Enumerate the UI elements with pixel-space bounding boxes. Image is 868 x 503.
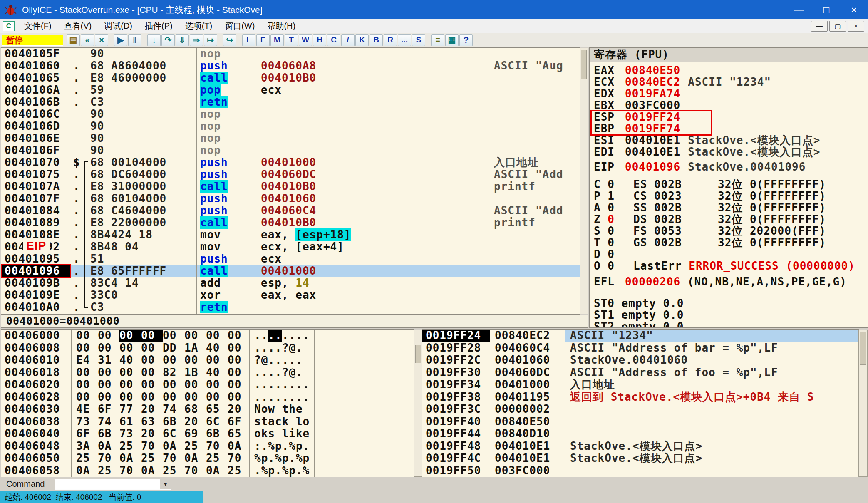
dump-scrollbar-thumb[interactable] [415,345,421,363]
stack-scrollbar-thumb[interactable] [860,332,866,365]
menu-view[interactable]: 查看(V) [58,19,98,33]
disasm-comment-divider[interactable] [496,48,496,314]
flag-row[interactable]: Z 0DS 002B32位 0(FFFFFFFF) [594,213,868,225]
fpu-row[interactable]: ST0 empty 0.0 [594,297,868,309]
disasm-row[interactable]: 0040105F 90nop [1,48,580,60]
memory-dump-pane[interactable]: 004060000000000000000000........00406008… [1,330,414,477]
flag-row[interactable]: P 1CS 002332位 0(FFFFFFFF) [594,190,868,202]
register-row[interactable]: EAX00840E50 [594,64,868,76]
stack-row[interactable]: 0019FF3C00000002 [422,403,858,416]
run-trace-window-button[interactable]: ... [398,34,411,46]
cpu-window-button[interactable]: C [327,34,340,46]
maximize-button[interactable]: □ [813,0,840,19]
stack-row[interactable]: 0019FF2400840EC2ASCII "1234" [422,330,858,342]
dump-row[interactable]: 004060406F6B73206C696B65oks like [1,428,414,440]
fpu-row[interactable]: ST2 empty 0.0 [594,321,868,327]
menu-file[interactable]: 文件(F) [18,19,58,33]
register-row[interactable]: EDI004010E1StackOve.<模块入口点> [594,146,868,158]
flag-row[interactable]: T 0GS 002B32位 0(FFFFFFFF) [594,237,868,248]
register-row[interactable]: EBX003FC000 [594,99,868,111]
dump-row[interactable]: 004060000000000000000000........ [1,330,414,342]
minimize-button[interactable]: — [785,0,813,19]
handles-window-button[interactable]: H [313,34,326,46]
mdi-close-button[interactable]: × [848,21,864,32]
disasm-scrollbar-thumb[interactable] [581,50,587,79]
animate-over-button[interactable]: ⇒ [190,34,203,46]
stack-row[interactable]: 0019FF4C004010E1StackOve.<模块入口点> [422,452,858,465]
stack-row[interactable]: 0019FF4400840D10 [422,428,858,440]
references-window-button[interactable]: R [384,34,397,46]
threads-window-button[interactable]: T [285,34,298,46]
stack-value-divider[interactable] [565,330,565,477]
stack-row[interactable]: 0019FF3400401000入口地址 [422,379,858,391]
dump-row[interactable]: 004060280000000000000000........ [1,391,414,404]
breakpoints-window-button[interactable]: B [370,34,383,46]
disasm-row[interactable]: 00401060.68 A8604000push004060A8ASCII "A… [1,60,580,72]
menu-window[interactable]: 窗口(W) [218,19,261,33]
register-row[interactable]: ESI004010E1StackOve.<模块入口点> [594,134,868,146]
source-window-button[interactable]: S [412,34,425,46]
dump-row[interactable]: 004060200000000000000000........ [1,379,414,391]
disasm-scrollbar[interactable] [580,48,588,314]
dropdown-arrow-icon[interactable]: ▼ [160,479,171,489]
stack-row[interactable]: 0019FF3800401195返回到 StackOve.<模块入口点>+0B4… [422,391,858,404]
stack-row[interactable]: 0019FF2C00401060StackOve.00401060 [422,354,858,367]
menu-debug[interactable]: 调试(D) [98,19,139,33]
layout-button[interactable]: ▦ [445,34,459,46]
restart-button[interactable]: « [81,34,94,46]
appearance-button[interactable]: ≡ [431,34,444,46]
executables-window-button[interactable]: E [256,34,270,46]
stack-row[interactable]: 0019FF48004010E1StackOve.<模块入口点> [422,440,858,453]
step-into-button[interactable]: ↓ [147,34,161,46]
disasm-row[interactable]: 0040106E 90nop [1,132,580,144]
call-stack-window-button[interactable]: K [355,34,369,46]
dump-row[interactable]: 00406038737461636B206C6Fstack lo [1,416,414,428]
flag-row[interactable]: C 0ES 002B32位 0(FFFFFFFF) [594,178,868,190]
dump-row[interactable]: 004060483A0A25700A25700A:.%p.%p. [1,440,414,453]
disasm-row[interactable]: 0040106A.59popecx [1,84,580,96]
register-row[interactable]: EDX0019FA74 [594,88,868,99]
dump-ascii-divider[interactable] [314,330,315,477]
stack-row[interactable]: 0019FF28004060C4ASCII "Address of bar = … [422,342,858,354]
dump-row[interactable]: 00406010E431400000000000?@..... [1,354,414,367]
memory-window-button[interactable]: M [270,34,284,46]
flag-row[interactable]: D 0 [594,248,868,260]
dump-hex-divider[interactable] [249,330,250,477]
efl-row[interactable]: EFL00000206 (NO,NB,NE,A,NS,PE,GE,G) [594,276,868,287]
stack-scrollbar[interactable] [858,330,868,477]
log-window-button[interactable]: L [242,34,255,46]
flag-row[interactable]: S 0FS 005332位 202000(FFF) [594,225,868,237]
run-button[interactable]: ▶ [114,34,127,46]
disassembly-pane[interactable]: 0040105F 90nop 00401060.68 A8604000push0… [1,48,580,314]
dump-row[interactable]: 0040601800000000821B4000....?@. [1,367,414,379]
execute-till-return-button[interactable]: ↦ [204,34,217,46]
help-button[interactable]: ? [459,34,473,46]
disasm-row[interactable]: 004010A1 90nop [1,313,580,314]
disasm-row[interactable]: 0040106B.C3retn [1,96,580,108]
disasm-row[interactable]: 0040106D 90nop [1,120,580,132]
register-row-eip[interactable]: EIP00401096StackOve.00401096 [594,161,868,173]
close-button[interactable]: × [840,0,868,19]
disasm-row[interactable]: 00401065.E8 46000000call004010B0 [1,72,580,84]
mdi-minimize-button[interactable]: — [811,21,828,32]
close-program-button[interactable]: × [95,34,108,46]
stack-row[interactable]: 0019FF4000840E50 [422,416,858,428]
disasm-column-divider[interactable] [196,48,197,314]
menu-options[interactable]: 选项(T) [179,19,219,33]
animate-into-button[interactable]: ⇓ [176,34,189,46]
flag-row[interactable]: O 0LastErr ERROR_SUCCESS (00000000) [594,260,868,272]
step-over-button[interactable]: ↷ [161,34,175,46]
disasm-row[interactable]: 0040106C 90nop [1,108,580,120]
mdi-restore-button[interactable]: ▢ [829,21,846,32]
fpu-row[interactable]: ST1 empty 0.0 [594,309,868,321]
stack-address-divider[interactable] [490,330,490,477]
stack-pane[interactable]: 0019FF2400840EC2ASCII "1234"0019FF280040… [422,330,858,477]
pause-button[interactable]: ‖ [128,34,141,46]
register-row[interactable]: ECX00840EC2ASCII "1234" [594,76,868,88]
command-input[interactable]: ▼ [55,479,171,490]
stack-row[interactable]: 0019FF50003FC000 [422,465,858,477]
menu-help[interactable]: 帮助(H) [261,19,302,33]
dump-row[interactable]: 004060304E6F772074686520Now the [1,403,414,416]
stack-row[interactable]: 0019FF30004060DCASCII "Address of foo = … [422,367,858,379]
dump-scrollbar[interactable] [414,330,422,477]
